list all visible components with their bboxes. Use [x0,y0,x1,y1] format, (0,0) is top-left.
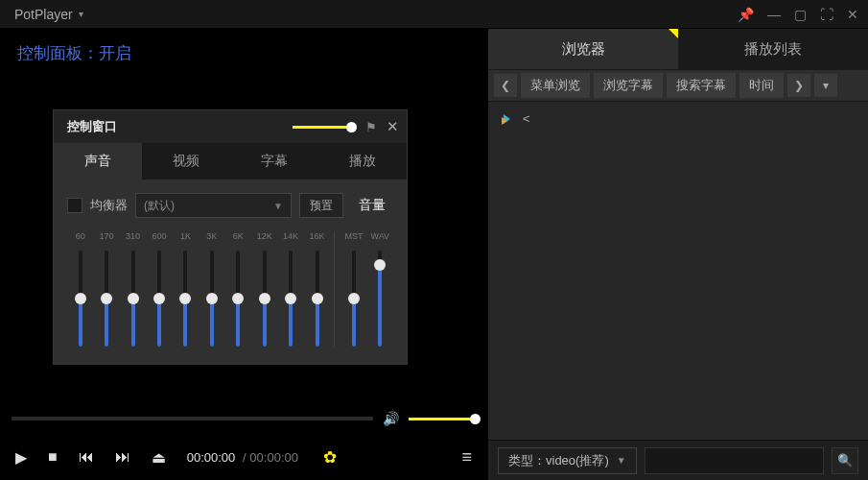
eq-band[interactable]: 310 [120,231,146,347]
audio-panel: 均衡器 (默认) ▼ 预置 音量 601703106001K3K6K12K14K… [54,180,407,364]
volume-icon[interactable]: 🔊 [383,411,399,426]
eq-band[interactable]: 6K [225,231,251,347]
eq-band[interactable]: 1K [173,231,199,347]
forward-button[interactable]: ❯ [787,74,810,97]
eq-band[interactable]: 14K [277,231,303,347]
volume-knob[interactable] [470,414,481,424]
titlebar: PotPlayer ▾ 📌 — ▢ ⛶ ✕ [0,0,868,29]
window-controls: 📌 — ▢ ⛶ ✕ [738,7,858,22]
tab-browser[interactable]: 浏览器 [488,29,678,69]
band-slider[interactable] [79,251,82,347]
title-dropdown-icon[interactable]: ▾ [79,9,83,19]
tab-indicator-icon [669,29,678,38]
play-button[interactable]: ▶ [15,448,27,467]
time-total: 00:00:00 [249,450,298,465]
volume-slider[interactable] [409,418,476,420]
back-button[interactable]: ❮ [494,74,517,97]
close-icon[interactable]: ✕ [847,7,858,22]
band-freq: 1K [180,231,191,247]
minimize-icon[interactable]: — [767,7,781,22]
band-freq: 14K [283,231,298,247]
band-slider[interactable] [105,251,108,347]
opacity-slider[interactable] [293,126,352,129]
tab-playlist[interactable]: 播放列表 [678,29,868,69]
band-slider[interactable] [210,251,214,347]
search-subtitle-button[interactable]: 搜索字幕 [667,73,736,98]
eq-bands: 601703106001K3K6K12K14K16KMSTWAV [67,231,393,347]
band-freq: 310 [126,231,140,247]
control-tabs: 声音 视频 字幕 播放 [54,143,407,180]
app-title: PotPlayer [14,7,73,22]
settings-icon[interactable]: ✿ [323,447,337,468]
volume-band-mst[interactable]: MST [340,231,366,347]
preset-dropdown[interactable]: (默认) ▼ [135,193,292,218]
band-slider[interactable] [378,251,382,347]
toolbar-dropdown[interactable]: ▾ [814,74,837,97]
eq-checkbox[interactable] [67,198,82,213]
tab-video[interactable]: 视频 [142,143,230,180]
maximize-icon[interactable]: ▢ [794,7,807,22]
list-item[interactable]: < [502,111,855,126]
band-freq: 16K [310,231,325,247]
band-slider[interactable] [183,251,187,347]
search-input[interactable] [645,447,824,474]
time-current: 00:00:00 [187,450,236,465]
band-slider[interactable] [263,251,267,347]
preset-value: (默认) [144,198,175,214]
preset-button[interactable]: 预置 [299,193,343,218]
tab-audio[interactable]: 声音 [54,143,142,180]
band-freq: 12K [257,231,272,247]
band-slider[interactable] [289,251,293,347]
eq-band[interactable]: 3K [199,231,224,347]
browser-body: < [488,102,868,440]
next-button[interactable]: ⏭ [115,448,130,466]
control-window-title: 控制窗口 [67,118,117,135]
playback-controls: ▶ ■ ⏮ ⏭ ⏏ 00:00:00 / 00:00:00 ✿ ≡ [0,434,487,480]
close-control-window-icon[interactable]: ✕ [387,118,399,135]
band-slider[interactable] [157,251,161,347]
opacity-knob[interactable] [346,122,357,132]
eject-button[interactable]: ⏏ [152,448,166,467]
control-window-header[interactable]: 控制窗口 ⚑ ✕ [54,110,407,143]
chevron-down-icon: ▼ [617,455,626,466]
eq-band[interactable]: 600 [146,231,172,347]
band-freq: 170 [100,231,114,247]
band-slider[interactable] [352,251,356,347]
media-icon [502,112,515,126]
band-slider[interactable] [316,251,319,347]
eq-band[interactable]: 60 [67,231,93,347]
band-label: MST [344,231,363,247]
time-button[interactable]: 时间 [739,73,784,98]
seek-row: 🔊 [12,415,476,422]
browser-footer: 类型： video(推荐) ▼ 🔍 [488,440,868,480]
seek-bar[interactable] [12,417,373,420]
player-pane: 控制面板：开启 控制窗口 ⚑ ✕ 声音 视频 字幕 播放 均衡器 (默认) [0,29,487,480]
eq-band[interactable]: 170 [93,231,119,347]
eq-band[interactable]: 12K [251,231,277,347]
band-freq: 600 [152,231,166,247]
band-slider[interactable] [236,251,240,347]
pin-icon[interactable]: 📌 [738,7,754,22]
tab-subtitle[interactable]: 字幕 [230,143,318,180]
menu-icon[interactable]: ≡ [461,447,472,468]
eq-controls-row: 均衡器 (默认) ▼ 预置 音量 [67,193,393,218]
item-label: < [523,111,530,126]
browse-subtitle-button[interactable]: 浏览字幕 [594,73,663,98]
tab-playback[interactable]: 播放 [318,143,407,180]
side-tabs: 浏览器 播放列表 [488,29,868,69]
band-label: WAV [371,231,390,247]
volume-band-wav[interactable]: WAV [367,231,393,347]
eq-band[interactable]: 16K [304,231,330,347]
volume-label: 音量 [351,193,393,218]
search-icon[interactable]: 🔍 [832,447,858,474]
status-banner: 控制面板：开启 [0,29,487,64]
type-filter-dropdown[interactable]: 类型： video(推荐) ▼ [498,447,637,474]
fullscreen-icon[interactable]: ⛶ [820,7,833,22]
band-slider[interactable] [131,251,135,347]
prev-button[interactable]: ⏮ [79,448,94,466]
time-display: 00:00:00 / 00:00:00 [187,450,298,465]
main: 控制面板：开启 控制窗口 ⚑ ✕ 声音 视频 字幕 播放 均衡器 (默认) [0,29,868,480]
menu-browse-button[interactable]: 菜单浏览 [521,73,590,98]
stop-button[interactable]: ■ [48,448,58,466]
pin-window-icon[interactable]: ⚑ [365,120,377,134]
